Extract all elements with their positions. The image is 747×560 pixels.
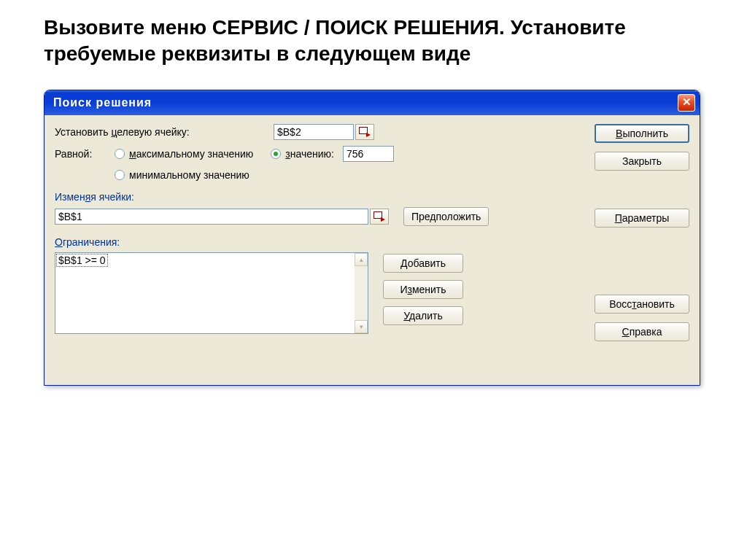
delete-button[interactable]: Удалить: [383, 306, 463, 325]
close-button[interactable]: Закрыть: [595, 152, 689, 171]
dialog-title: Поиск решения: [53, 96, 152, 109]
range-picker-icon[interactable]: [355, 124, 374, 140]
suggest-button[interactable]: Предположить: [403, 207, 489, 226]
right-button-column: Выполнить Закрыть Параметры Восстановить…: [595, 124, 689, 341]
radio-max-label: максимальному значению: [129, 148, 253, 160]
constraints-listbox[interactable]: $B$1 >= 0 ▴ ▾: [55, 252, 368, 334]
radio-min[interactable]: [115, 170, 125, 180]
list-item[interactable]: $B$1 >= 0: [56, 254, 108, 267]
radio-min-label: минимальному значению: [129, 169, 249, 181]
equal-to-label: Равной:: [55, 148, 115, 160]
restore-button[interactable]: Восстановить: [595, 295, 689, 314]
slide-heading: Вызовите меню СЕРВИС / ПОИСК РЕШЕНИЯ. Ус…: [44, 15, 703, 68]
parameters-button[interactable]: Параметры: [595, 209, 689, 228]
target-cell-label: Установить целевую ячейку:: [55, 126, 274, 138]
radio-max[interactable]: [115, 149, 125, 159]
value-of-input[interactable]: [343, 146, 394, 162]
changing-cells-input[interactable]: [55, 209, 368, 225]
dialog-body: Установить целевую ячейку: Равной: макси…: [44, 115, 700, 385]
titlebar: Поиск решения ✕: [44, 90, 700, 115]
execute-button[interactable]: Выполнить: [595, 124, 689, 143]
close-icon[interactable]: ✕: [678, 94, 695, 112]
target-cell-input[interactable]: [274, 124, 354, 140]
scroll-down-icon[interactable]: ▾: [355, 320, 368, 333]
add-button[interactable]: Добавить: [383, 254, 463, 273]
radio-value-label: значению:: [285, 148, 334, 160]
edit-button[interactable]: Изменить: [383, 280, 463, 299]
scroll-up-icon[interactable]: ▴: [355, 253, 368, 266]
scrollbar[interactable]: ▴ ▾: [355, 253, 368, 333]
radio-value[interactable]: [271, 149, 281, 159]
range-picker-icon[interactable]: [370, 209, 389, 225]
solver-dialog: Поиск решения ✕ Установить целевую ячейк…: [44, 90, 700, 386]
help-button[interactable]: Справка: [595, 322, 689, 341]
